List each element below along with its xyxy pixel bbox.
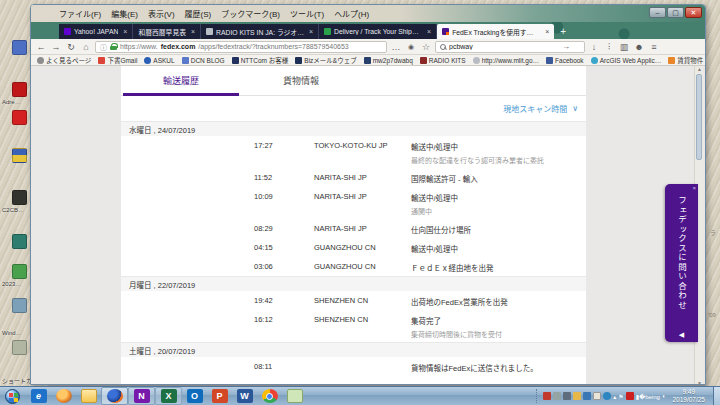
tab-wareki-chart[interactable]: 和暦西暦早見表 × (133, 24, 201, 39)
sidebar-icon[interactable]: ▥ (618, 41, 630, 53)
page-actions-icon[interactable]: … (390, 41, 402, 53)
desktop-icon[interactable] (12, 190, 27, 205)
taskbar-firefox-active[interactable] (101, 387, 128, 405)
desktop-icon[interactable] (12, 234, 27, 249)
network-icon[interactable]: ▮�being (636, 393, 660, 400)
bookmark-item[interactable]: ASKUL (144, 57, 174, 64)
volume-icon[interactable]: ◖ (662, 393, 666, 399)
desktop-icon[interactable] (12, 40, 27, 55)
tab-close-icon[interactable]: × (427, 28, 431, 35)
taskbar-ie[interactable]: e (26, 388, 51, 404)
desktop-icon[interactable] (12, 148, 27, 163)
action-center-flag-icon[interactable]: ⚑ (618, 393, 623, 400)
close-history-link[interactable]: 履歴を閉じる ∧ (121, 382, 586, 385)
new-tab-button[interactable]: + (560, 24, 566, 39)
tray-icon[interactable] (553, 392, 561, 400)
back-icon[interactable]: ← (35, 41, 47, 53)
menu-tools[interactable]: ツール(T) (290, 8, 324, 19)
menu-view[interactable]: 表示(V) (148, 8, 175, 19)
forward-icon[interactable]: → (50, 41, 62, 53)
library-icon[interactable]: ⫶ (603, 41, 615, 53)
menu-file[interactable]: ファイル(F) (59, 8, 101, 19)
bookmark-item[interactable]: Facebook (546, 57, 584, 64)
bookmark-item[interactable]: 下書Gmail (98, 55, 137, 65)
site-info-icon[interactable]: ⓘ (100, 42, 107, 52)
taskbar-outlook[interactable]: O (182, 388, 207, 404)
pocket-icon[interactable]: ◉ (405, 41, 417, 53)
tray-icon[interactable] (563, 392, 571, 400)
tray-icon[interactable] (583, 392, 591, 400)
day-header: 土曜日 , 20/07/2019 (121, 342, 586, 357)
search-box[interactable]: → (435, 41, 585, 53)
tab-close-icon[interactable]: × (191, 28, 195, 35)
banner-arrow-icon: ◀ (679, 331, 684, 339)
tray-grip[interactable] (536, 389, 539, 403)
taskbar-excel[interactable]: X (155, 387, 182, 405)
tray-icon[interactable] (543, 392, 551, 400)
account-icon[interactable]: ☻ (633, 41, 645, 53)
search-go-icon[interactable]: → (562, 42, 570, 51)
bookmark-item[interactable]: ArcGIS Web Applic… (591, 57, 662, 64)
desktop-icon[interactable] (12, 264, 27, 279)
menu-history[interactable]: 履歴(S) (185, 8, 212, 19)
chevron-up-icon: ∧ (376, 384, 382, 385)
taskbar-media-player[interactable] (51, 388, 76, 404)
scroll-up-icon[interactable]: ▲ (695, 66, 704, 72)
menu-bookmarks[interactable]: ブックマーク(B) (221, 8, 280, 19)
tray-icon[interactable] (603, 392, 611, 400)
minimize-button[interactable]: – (649, 7, 666, 18)
taskbar-clock[interactable]: 9:49 2019/07/25 (672, 388, 705, 404)
tray-icon[interactable] (626, 392, 634, 400)
desktop-icon[interactable] (12, 82, 27, 97)
url-bar[interactable]: ⓘ https://www.fedex.com/apps/fedextrack/… (95, 41, 387, 53)
bookmark-item[interactable]: mw2p7dwabq (364, 57, 413, 64)
bookmark-item[interactable]: よく見るページ (37, 55, 91, 65)
desktop-icon-label: Wind… (2, 330, 22, 336)
downloads-icon[interactable]: ↓ (588, 41, 600, 53)
bookmark-item[interactable]: Bizメール&ウェブ (295, 55, 356, 65)
tab-yahoo-japan[interactable]: Yahoo! JAPAN × (59, 24, 133, 39)
contact-fedex-banner[interactable]: × フェデックスに問い合わせ ◀ (665, 184, 698, 342)
menu-edit[interactable]: 編集(E) (111, 8, 138, 19)
scrollbar-thumb[interactable] (696, 74, 702, 160)
tab-fedex-tracking-active[interactable]: FedEx Trackingを使用すると… × (437, 24, 554, 39)
home-icon[interactable]: ⌂ (80, 41, 92, 53)
scroll-down-icon[interactable]: ▼ (695, 380, 704, 385)
bookmark-item[interactable]: http://www.mlit.go… (473, 57, 539, 64)
tab-shipment-history[interactable]: 輸送履歴 (121, 66, 241, 95)
tab-close-icon[interactable]: × (545, 28, 549, 35)
hamburger-menu-icon[interactable]: ≡ (648, 41, 660, 53)
reload-icon[interactable]: ↻ (65, 41, 77, 53)
banner-close-icon[interactable]: × (692, 185, 696, 191)
tab-shipment-facts[interactable]: 貨物情報 (241, 66, 361, 95)
scan-time-toggle[interactable]: 現地スキャン時間 ∨ (121, 96, 586, 121)
taskbar-word[interactable]: W (232, 388, 257, 404)
start-button[interactable] (5, 389, 20, 404)
bookmark-item[interactable]: 賃貸物件 (668, 55, 703, 65)
taskbar-sticky-notes[interactable] (282, 388, 307, 404)
tab-radio-kits[interactable]: RADIO KITS IN JA: ラジオ… × (201, 24, 319, 39)
desktop-icon[interactable] (12, 110, 27, 125)
tab-close-icon[interactable]: × (309, 28, 313, 35)
tray-expand-icon[interactable]: ▴ (613, 393, 616, 400)
tray-icon[interactable] (573, 392, 581, 400)
show-desktop-button[interactable] (713, 387, 720, 405)
bookmark-item[interactable]: NTTCom お客様 (232, 55, 289, 65)
maximize-button[interactable]: ▢ (667, 7, 684, 18)
tray-icon[interactable] (593, 392, 601, 400)
search-input[interactable] (449, 43, 559, 50)
taskbar-explorer[interactable] (76, 388, 101, 404)
chevron-down-icon: ∨ (572, 104, 578, 113)
bookmark-item[interactable]: DCN BLOG (182, 57, 225, 64)
bookmark-star-icon[interactable]: ☆ (420, 41, 432, 53)
tab-delivery-tracking[interactable]: Delivery / Track Your Shipm… × (319, 24, 437, 39)
tab-close-icon[interactable]: × (123, 28, 127, 35)
menu-help[interactable]: ヘルプ(H) (334, 8, 369, 19)
bookmark-item[interactable]: RADIO KITS (420, 57, 466, 64)
close-button[interactable]: ✕ (685, 7, 702, 18)
taskbar-onenote[interactable]: N (128, 387, 155, 405)
taskbar-powerpoint[interactable]: P (207, 388, 232, 404)
taskbar-chrome[interactable] (257, 388, 282, 404)
desktop-icon[interactable] (12, 298, 27, 313)
desktop-icon[interactable] (12, 340, 27, 355)
